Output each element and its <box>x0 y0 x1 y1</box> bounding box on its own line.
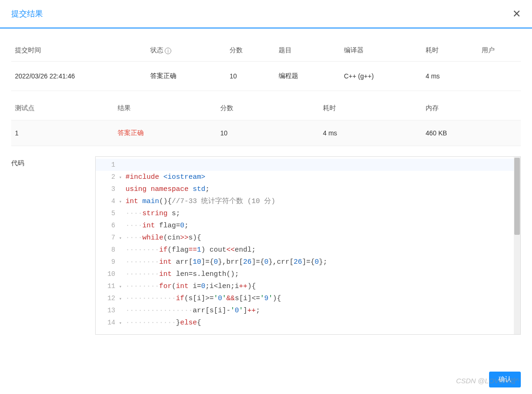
code-line: 11▾········for(int i=0;i<len;i++){ <box>96 280 520 292</box>
close-icon[interactable]: ✕ <box>512 9 521 19</box>
cell-result: 答案正确 <box>114 120 217 146</box>
code-line: 8········if(flag==1) cout<<endl; <box>96 244 520 256</box>
line-number: 9 <box>96 256 119 268</box>
col-tc-runtime: 耗时 <box>319 97 422 120</box>
fold-marker[interactable]: ▾ <box>119 172 126 184</box>
line-number: 8 <box>96 244 119 256</box>
line-number: 2 <box>96 171 119 183</box>
code-line: 3using namespace std; <box>96 183 520 195</box>
code-text: ····while(cin>>s){ <box>126 232 201 244</box>
col-compiler: 编译器 <box>340 40 422 62</box>
col-score: 分数 <box>226 40 275 62</box>
code-line: 1 <box>96 159 520 171</box>
cell-runtime: 4 ms <box>422 62 478 91</box>
line-number: 1 <box>96 159 119 171</box>
code-text: ····int flag=0; <box>126 220 189 232</box>
line-number: 11 <box>96 280 119 292</box>
cell-tc-score: 10 <box>217 120 319 146</box>
line-number: 7 <box>96 232 119 244</box>
modal-title: 提交结果 <box>11 8 43 19</box>
code-text: ········for(int i=0;i<len;i++){ <box>126 281 256 293</box>
code-text: ········int len=s.length(); <box>126 268 239 281</box>
cell-memory: 460 KB <box>422 120 521 146</box>
code-text: using namespace std; <box>126 183 210 196</box>
col-status: 状态i <box>147 40 226 62</box>
col-submit-time: 提交时间 <box>11 40 147 62</box>
code-text: int main(){//7-33 统计字符个数 (10 分) <box>126 196 275 208</box>
table-row: 2022/03/26 22:41:46 答案正确 10 编程题 C++ (g++… <box>11 62 521 91</box>
code-line: 7▾····while(cin>>s){ <box>96 232 520 244</box>
code-text: ········if(flag==1) cout<<endl; <box>126 244 256 256</box>
fold-marker[interactable]: ▾ <box>119 317 126 330</box>
col-result: 结果 <box>114 97 217 120</box>
fold-marker[interactable]: ▾ <box>119 293 126 305</box>
line-number: 10 <box>96 268 119 280</box>
line-number: 4 <box>96 195 119 207</box>
cell-status: 答案正确 <box>147 62 226 91</box>
col-tc-score: 分数 <box>217 97 319 120</box>
cell-submit-time: 2022/03/26 22:41:46 <box>11 62 147 91</box>
submission-summary-table: 提交时间 状态i 分数 题目 编译器 耗时 用户 2022/03/26 22:4… <box>11 40 521 91</box>
col-testcase: 测试点 <box>11 97 114 120</box>
testcase-table: 测试点 结果 分数 耗时 内存 1 答案正确 10 4 ms 460 KB <box>11 97 521 146</box>
fold-marker[interactable]: ▾ <box>119 232 126 245</box>
code-line: 5····string s; <box>96 207 520 219</box>
col-problem: 题目 <box>275 40 340 62</box>
info-icon: i <box>165 48 171 54</box>
code-line: 12▾············if(s[i]>='0'&&s[i]<='9'){ <box>96 292 520 304</box>
col-memory: 内存 <box>422 97 521 120</box>
line-number: 12 <box>96 292 119 304</box>
code-text: ············}else{ <box>126 317 201 329</box>
line-number: 5 <box>96 207 119 219</box>
code-line: 6····int flag=0; <box>96 219 520 232</box>
col-runtime: 耗时 <box>422 40 478 62</box>
fold-marker[interactable]: ▾ <box>119 281 126 293</box>
line-number: 3 <box>96 183 119 195</box>
cell-user <box>478 62 521 91</box>
code-text: #include <iostream> <box>126 171 205 183</box>
code-label: 代码 <box>11 156 95 335</box>
code-line: 2▾#include <iostream> <box>96 171 520 183</box>
cell-problem: 编程题 <box>275 62 340 91</box>
code-text: ············if(s[i]>='0'&&s[i]<='9'){ <box>126 293 281 305</box>
cell-tc-runtime: 4 ms <box>319 120 422 146</box>
code-line: 10········int len=s.length(); <box>96 268 520 280</box>
col-user: 用户 <box>478 40 521 62</box>
cell-testcase: 1 <box>11 120 114 146</box>
code-line: 9········int arr[10]={0},brr[26]={0},crr… <box>96 256 520 268</box>
cell-score: 10 <box>226 62 275 91</box>
code-text: ················arr[s[i]-'0']++; <box>126 305 260 317</box>
code-text: ····string s; <box>126 208 180 220</box>
code-line: 13················arr[s[i]-'0']++; <box>96 304 520 317</box>
code-line: 14▾············}else{ <box>96 317 520 329</box>
code-line: 4▾int main(){//7-33 统计字符个数 (10 分) <box>96 195 520 207</box>
code-text: ········int arr[10]={0},brr[26]={0},crr[… <box>126 256 327 268</box>
line-number: 14 <box>96 317 119 329</box>
line-number: 13 <box>96 304 119 317</box>
fold-marker[interactable]: ▾ <box>119 196 126 208</box>
code-editor[interactable]: 12▾#include <iostream>3using namespace s… <box>95 156 521 335</box>
scroll-thumb[interactable] <box>514 158 520 235</box>
confirm-button[interactable]: 确认 <box>489 372 521 387</box>
table-row: 1 答案正确 10 4 ms 460 KB <box>11 120 521 146</box>
line-number: 6 <box>96 219 119 232</box>
scrollbar-vertical[interactable] <box>514 157 520 334</box>
cell-compiler: C++ (g++) <box>340 62 422 91</box>
